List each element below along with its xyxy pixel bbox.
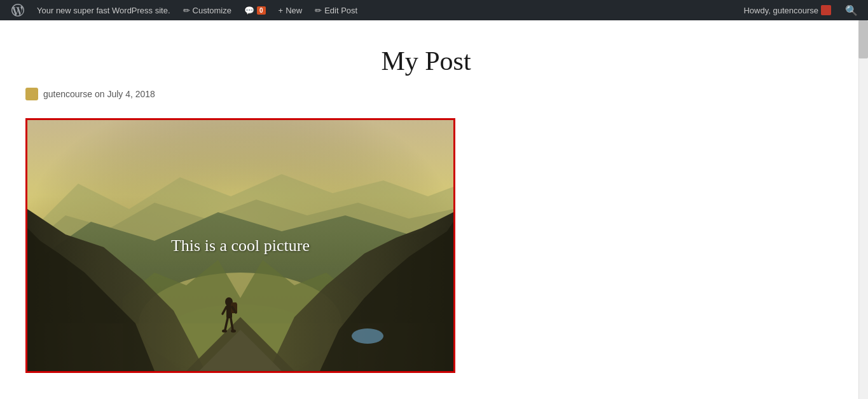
comments-count: 0 [257, 6, 266, 15]
customize-button[interactable]: ✏ Customize [177, 0, 238, 20]
page-content: My Post gutencourse on July 4, 2018 [0, 20, 852, 399]
scrollbar[interactable] [858, 20, 868, 399]
comment-icon: 💬 [244, 6, 254, 15]
author-avatar [25, 88, 38, 100]
comments-button[interactable]: 💬 0 [238, 0, 272, 20]
post-meta: gutencourse on July 4, 2018 [13, 88, 839, 100]
admin-bar: Your new super fast WordPress site. ✏ Cu… [0, 0, 868, 20]
post-meta-text: gutencourse on July 4, 2018 [43, 89, 155, 99]
user-menu[interactable]: Howdy, gutencourse [737, 0, 837, 20]
howdy-text: Howdy, gutencourse [743, 6, 818, 15]
site-name-link[interactable]: Your new super fast WordPress site. [31, 0, 177, 20]
edit-post-button[interactable]: ✏ Edit Post [308, 0, 364, 20]
edit-post-label: Edit Post [324, 6, 357, 15]
site-name-text: Your new super fast WordPress site. [37, 6, 170, 15]
pencil-icon: ✏ [183, 6, 190, 15]
customize-label: Customize [193, 6, 231, 15]
user-avatar [821, 5, 831, 15]
scrollbar-thumb[interactable] [858, 20, 868, 58]
admin-bar-left: Your new super fast WordPress site. ✏ Cu… [5, 0, 737, 20]
plus-icon: + [279, 6, 284, 15]
new-label: New [286, 6, 302, 15]
search-button[interactable]: 🔍 [840, 0, 863, 20]
search-icon: 🔍 [845, 4, 858, 17]
wp-logo-button[interactable] [5, 0, 31, 20]
new-content-button[interactable]: + New [272, 0, 309, 20]
edit-icon: ✏ [315, 6, 322, 15]
post-title: My Post [13, 46, 839, 76]
admin-bar-right: Howdy, gutencourse 🔍 [737, 0, 863, 20]
content-heading: This is a heading [13, 391, 839, 399]
wp-logo-icon [11, 4, 24, 17]
cover-image: This is a cool picture [27, 120, 453, 371]
image-block[interactable]: This is a cool picture [25, 118, 455, 373]
